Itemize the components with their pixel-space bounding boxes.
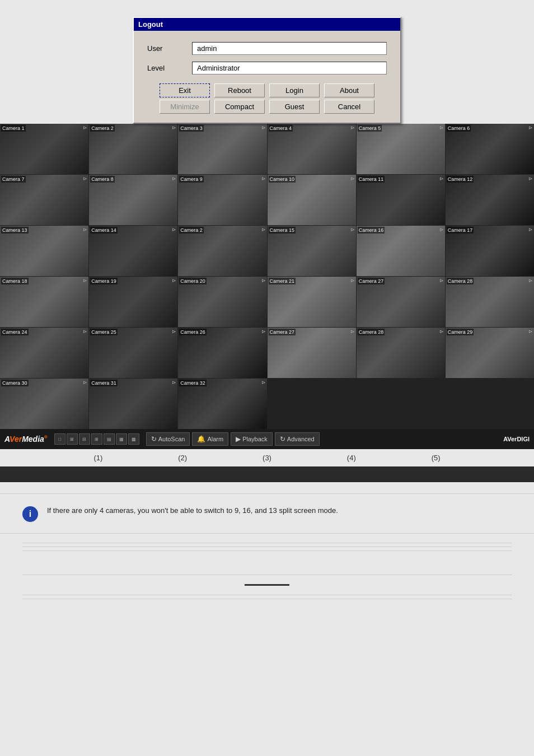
layout-13b[interactable]: ▦ [116,433,127,445]
info-section: i If there are only 4 cameras, you won't… [0,493,534,534]
camera-cell-1[interactable]: Camera 1⊳ [0,124,88,174]
camera-label-5: Camera 5 [358,125,382,132]
camera-icon-9: ⊳ [261,176,266,181]
camera-cell-26[interactable]: Camera 25⊳ [89,328,177,378]
guest-button[interactable]: Guest [269,100,320,114]
camera-cell-2[interactable]: Camera 2⊳ [89,124,177,174]
lines-section [0,534,534,608]
camera-cell-17[interactable]: Camera 16⊳ [357,226,445,276]
bottom-bar [0,466,534,482]
camera-label-10: Camera 10 [269,176,296,183]
playback-label: Playback [242,436,268,442]
camera-cell-9[interactable]: Camera 9⊳ [178,175,266,225]
playback-button[interactable]: ▶ Playback [231,432,273,446]
camera-icon-28: ⊳ [350,329,355,334]
camera-cell-14[interactable]: Camera 14⊳ [89,226,177,276]
camera-icon-18: ⊳ [528,227,533,232]
camera-icon-25: ⊳ [83,329,87,334]
line-1 [22,543,512,543]
camera-icon-30: ⊳ [528,329,533,334]
advanced-button[interactable]: ↻ Advanced [275,432,320,446]
camera-icon-31: ⊳ [83,380,87,385]
dialog-titlebar: Logout [134,18,400,31]
layout-13a[interactable]: ▤ [104,433,115,445]
layout-4[interactable]: ⊞ [67,433,78,445]
camera-icon-26: ⊳ [172,329,176,334]
alarm-icon: 🔔 [197,435,205,443]
camera-cell-21[interactable]: Camera 20⊳ [178,277,266,327]
reboot-button[interactable]: Reboot [214,83,265,97]
line-4 [22,575,512,575]
camera-cell-5[interactable]: Camera 5⊳ [357,124,445,174]
camera-cell-30[interactable]: Camera 29⊳ [446,328,534,378]
camera-cell-11[interactable]: Camera 11⊳ [357,175,445,225]
exit-button[interactable]: Exit [160,83,210,97]
dialog-title: Logout [138,20,163,29]
minimize-button[interactable]: Minimize [160,100,210,114]
alarm-button[interactable]: 🔔 Alarm [192,432,228,446]
camera-cell-31[interactable]: Camera 30⊳ [0,379,88,429]
camera-icon-19: ⊳ [83,278,87,283]
camera-cell-3[interactable]: Camera 3⊳ [178,124,266,174]
camera-label-7: Camera 7 [1,176,26,183]
camera-cell-25[interactable]: Camera 24⊳ [0,328,88,378]
layout-custom[interactable]: ▩ [128,433,139,445]
dialog-body: User admin Level Administrator Exit Rebo… [134,31,400,123]
camera-icon-33: ⊳ [261,380,266,385]
camera-cell-28[interactable]: Camera 27⊳ [268,328,356,378]
camera-cell-19[interactable]: Camera 18⊳ [0,277,88,327]
camera-label-2: Camera 2 [90,125,115,132]
camera-icon-17: ⊳ [439,227,444,232]
autoscan-button[interactable]: ↻ AutoScan [146,432,190,446]
camera-icon-22: ⊳ [350,278,355,283]
camera-label-6: Camera 6 [447,125,471,132]
camera-cell-33[interactable]: Camera 32⊳ [178,379,266,429]
autoscan-label: AutoScan [158,436,185,442]
camera-cell-16[interactable]: Camera 15⊳ [268,226,356,276]
camera-cell-4[interactable]: Camera 4⊳ [268,124,356,174]
camera-cell-20[interactable]: Camera 19⊳ [89,277,177,327]
camera-icon-8: ⊳ [172,176,176,181]
camera-cell-6[interactable]: Camera 6⊳ [446,124,534,174]
layout-1[interactable]: □ [54,433,65,445]
level-value: Administrator [192,62,387,74]
camera-cell-23[interactable]: Camera 27⊳ [357,277,445,327]
camera-cell-22[interactable]: Camera 21⊳ [268,277,356,327]
camera-cell-29[interactable]: Camera 28⊳ [357,328,445,378]
cancel-button[interactable]: Cancel [324,100,374,114]
camera-label-9: Camera 9 [179,176,204,183]
line-2 [22,547,512,547]
login-button[interactable]: Login [269,83,320,97]
advanced-label: Advanced [287,436,315,442]
camera-section: Camera 1⊳Camera 2⊳Camera 3⊳Camera 4⊳Came… [0,124,534,449]
camera-cell-7[interactable]: Camera 7⊳ [0,175,88,225]
large-spacer [22,554,512,571]
line-3 [22,550,512,551]
camera-cell-13[interactable]: Camera 13⊳ [0,226,88,276]
camera-cell-32[interactable]: Camera 31⊳ [89,379,177,429]
camera-icon-16: ⊳ [350,227,355,232]
camera-cell-15[interactable]: Camera 2⊳ [178,226,266,276]
compact-button[interactable]: Compact [214,100,265,114]
level-field: Level Administrator [147,62,387,74]
about-button[interactable]: About [324,83,374,97]
line-5 [22,595,512,595]
camera-label-19: Camera 18 [1,278,29,284]
user-value: admin [192,42,387,55]
camera-cell-24[interactable]: Camera 28⊳ [446,277,534,327]
camera-cell-18[interactable]: Camera 17⊳ [446,226,534,276]
camera-label-20: Camera 19 [90,278,118,284]
info-icon: i [22,506,38,522]
layout-9[interactable]: ⊟ [79,433,90,445]
button-row-2: Minimize Compact Guest Cancel [147,100,387,114]
camera-cell-10[interactable]: Camera 10⊳ [268,175,356,225]
camera-icon-14: ⊳ [172,227,176,232]
num-3: (3) [263,454,271,462]
camera-cell-27[interactable]: Camera 26⊳ [178,328,266,378]
layout-buttons: □ ⊞ ⊟ ⊞ ▤ ▦ ▩ [54,433,139,445]
camera-icon-11: ⊳ [439,176,444,181]
camera-cell-8[interactable]: Camera 8⊳ [89,175,177,225]
camera-cell-12[interactable]: Camera 12⊳ [446,175,534,225]
info-text: If there are only 4 cameras, you won't b… [47,505,338,516]
layout-16[interactable]: ⊞ [91,433,102,445]
